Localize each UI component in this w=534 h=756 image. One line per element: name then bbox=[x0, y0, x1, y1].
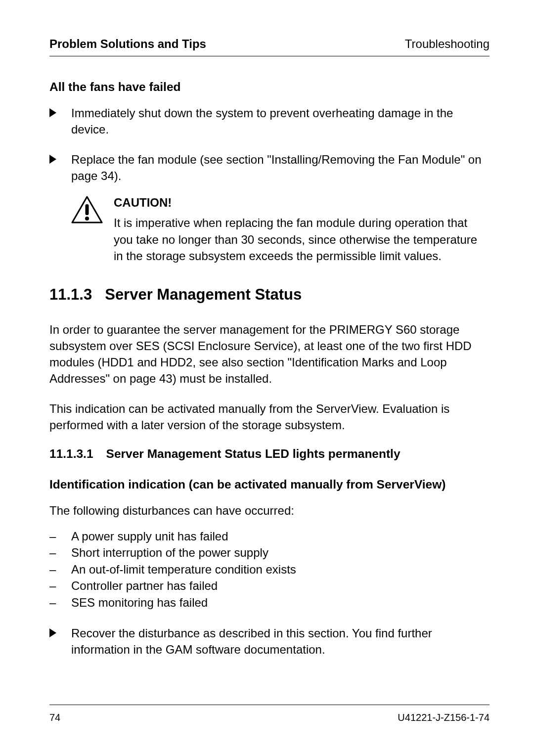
action-arrow-icon bbox=[49, 155, 58, 164]
fans-action-list: Immediately shut down the system to prev… bbox=[49, 105, 490, 184]
list-item-text: Short interruption of the power supply bbox=[71, 546, 268, 559]
list-item-text: Recover the disturbance as described in … bbox=[71, 626, 432, 656]
caution-body: It is imperative when replacing the fan … bbox=[114, 215, 490, 264]
list-item: Controller partner has failed bbox=[49, 578, 490, 594]
list-item-text: Immediately shut down the system to prev… bbox=[71, 106, 453, 136]
heading-title: Server Management Status bbox=[105, 286, 302, 304]
recover-action-list: Recover the disturbance as described in … bbox=[49, 625, 490, 658]
list-item-text: A power supply unit has failed bbox=[71, 530, 228, 543]
header-chapter-title: Troubleshooting bbox=[405, 37, 490, 51]
list-item: An out-of-limit temperature condition ex… bbox=[49, 561, 490, 578]
list-item-text: Replace the fan module (see section "Ins… bbox=[71, 153, 482, 182]
list-item: SES monitoring has failed bbox=[49, 594, 490, 611]
heading-11-1-3: 11.1.3 Server Management Status bbox=[49, 286, 490, 304]
list-item: Short interruption of the power supply bbox=[49, 544, 490, 561]
page-number: 74 bbox=[49, 712, 60, 723]
action-arrow-icon bbox=[49, 108, 58, 117]
heading-11-1-3-1: 11.1.3.1 Server Management Status LED li… bbox=[49, 447, 490, 461]
svg-marker-0 bbox=[49, 108, 56, 117]
disturbances-intro: The following disturbances can have occu… bbox=[49, 502, 490, 519]
list-item: Recover the disturbance as described in … bbox=[49, 625, 490, 658]
caution-title: CAUTION! bbox=[114, 196, 490, 210]
heading-title: Server Management Status LED lights perm… bbox=[106, 447, 400, 461]
list-item-text: An out-of-limit temperature condition ex… bbox=[71, 563, 296, 576]
list-item-text: SES monitoring has failed bbox=[71, 596, 208, 609]
list-item: A power supply unit has failed bbox=[49, 528, 490, 545]
disturbances-list: A power supply unit has failed Short int… bbox=[49, 528, 490, 611]
header-section-title: Problem Solutions and Tips bbox=[49, 37, 206, 51]
list-item-text: Controller partner has failed bbox=[71, 579, 218, 592]
paragraph: In order to guarantee the server managem… bbox=[49, 321, 490, 387]
running-header: Problem Solutions and Tips Troubleshooti… bbox=[49, 37, 490, 56]
svg-marker-1 bbox=[49, 155, 56, 164]
subsection-fans-title: All the fans have failed bbox=[49, 80, 490, 94]
paragraph: This indication can be activated manuall… bbox=[49, 400, 490, 433]
action-arrow-icon bbox=[49, 628, 58, 637]
caution-block: CAUTION! It is imperative when replacing… bbox=[49, 196, 490, 264]
list-item: Immediately shut down the system to prev… bbox=[49, 105, 490, 137]
svg-marker-5 bbox=[49, 628, 56, 637]
subheading-identification: Identification indication (can be activa… bbox=[49, 478, 490, 491]
caution-icon bbox=[71, 196, 103, 223]
document-id: U41221-J-Z156-1-74 bbox=[398, 712, 490, 723]
heading-number: 11.1.3.1 bbox=[49, 447, 93, 461]
list-item: Replace the fan module (see section "Ins… bbox=[49, 151, 490, 184]
page-footer: 74 U41221-J-Z156-1-74 bbox=[49, 705, 490, 723]
svg-rect-3 bbox=[86, 204, 89, 215]
heading-number: 11.1.3 bbox=[49, 286, 92, 304]
svg-point-4 bbox=[85, 217, 89, 221]
